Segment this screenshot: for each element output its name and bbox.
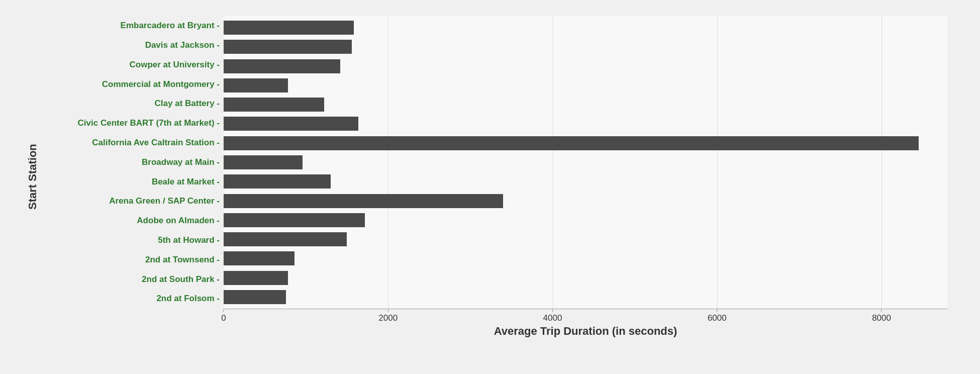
x-tick: 6000: [708, 309, 727, 323]
bar: [224, 40, 352, 54]
bars-section: [224, 16, 947, 309]
bar-row: [224, 76, 947, 95]
x-tick-mark: [552, 309, 553, 312]
bar-row: [224, 134, 947, 153]
bar-row: [224, 249, 947, 268]
bar: [224, 271, 288, 285]
station-label: Civic Center BART (7th at Market) -: [43, 118, 220, 128]
station-label: Embarcadero at Bryant -: [43, 21, 220, 31]
station-label: California Ave Caltrain Station -: [43, 138, 220, 148]
station-label: Cowper at University -: [43, 60, 220, 70]
bar: [224, 59, 340, 73]
x-ticks: 02000400060008000: [224, 309, 947, 321]
station-label: Broadway at Main -: [43, 157, 220, 167]
bar-row: [224, 211, 947, 230]
station-label: Davis at Jackson -: [43, 40, 220, 50]
plot-section: Embarcadero at Bryant -Davis at Jackson …: [43, 16, 947, 338]
chart-area: Start Station Embarcadero at Bryant -Dav…: [23, 16, 947, 338]
station-label: 2nd at Townsend -: [43, 255, 220, 265]
bar-row: [224, 57, 947, 76]
bar: [224, 117, 358, 131]
bar-row: [224, 288, 947, 307]
x-tick-mark: [717, 309, 717, 312]
bar: [224, 136, 919, 150]
bar-row: [224, 95, 947, 114]
bar: [224, 174, 331, 189]
bar-row: [224, 191, 947, 210]
x-tick: 2000: [378, 309, 398, 323]
station-labels: Embarcadero at Bryant -Davis at Jackson …: [43, 16, 224, 309]
bar: [224, 98, 324, 112]
x-tick-label: 2000: [378, 313, 398, 323]
x-tick-mark: [224, 309, 224, 312]
bar-row: [224, 268, 947, 287]
bar: [224, 155, 303, 169]
chart-container: Start Station Embarcadero at Bryant -Dav…: [13, 6, 967, 368]
x-tick: 4000: [543, 309, 562, 323]
bar: [224, 251, 295, 265]
x-tick-label: 6000: [708, 313, 727, 323]
station-label: 5th at Howard -: [43, 235, 220, 245]
x-tick-mark: [881, 309, 882, 312]
x-tick-mark: [388, 309, 388, 312]
y-axis-label: Start Station: [23, 16, 43, 338]
bar-row: [224, 37, 947, 56]
x-tick-label: 8000: [872, 313, 891, 323]
station-label: 2nd at South Park -: [43, 274, 220, 285]
bar: [224, 232, 347, 246]
bar-row: [224, 172, 947, 191]
station-label: Commercial at Montgomery -: [43, 79, 220, 89]
bar: [224, 78, 288, 92]
bar-row: [224, 114, 947, 133]
bar-row: [224, 18, 947, 37]
bar: [224, 213, 365, 227]
bar: [224, 194, 503, 208]
x-tick-label: 0: [221, 313, 226, 323]
bar: [224, 21, 354, 35]
bars-and-labels: Embarcadero at Bryant -Davis at Jackson …: [43, 16, 947, 309]
station-label: Clay at Battery -: [43, 99, 220, 109]
bar: [224, 290, 286, 304]
bar-row: [224, 153, 947, 172]
x-axis: 02000400060008000 Average Trip Duration …: [224, 309, 947, 338]
x-tick: 0: [221, 309, 226, 323]
bar-row: [224, 230, 947, 249]
x-tick: 8000: [872, 309, 891, 323]
x-tick-label: 4000: [543, 313, 562, 323]
station-label: Adobe on Almaden -: [43, 216, 220, 226]
station-label: 2nd at Folsom -: [43, 294, 220, 304]
station-label: Beale at Market -: [43, 177, 220, 187]
bars-rows: [224, 16, 947, 309]
x-axis-label: Average Trip Duration (in seconds): [224, 325, 947, 338]
station-label: Arena Green / SAP Center -: [43, 196, 220, 206]
